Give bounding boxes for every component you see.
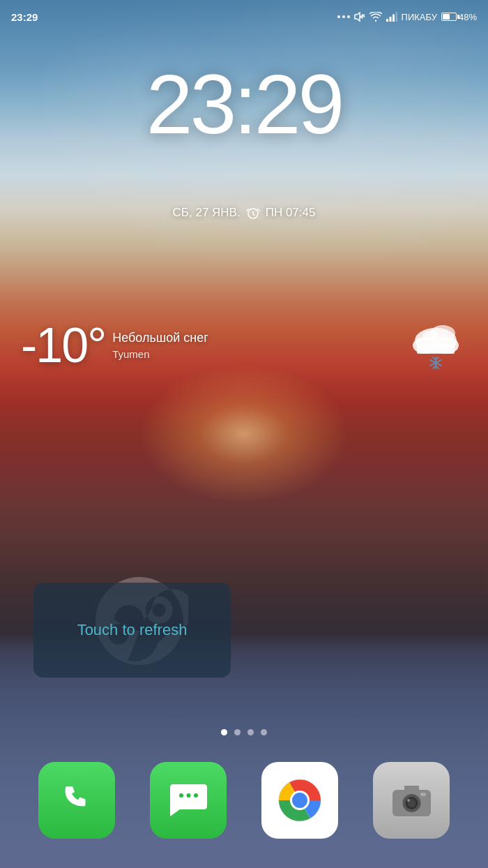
svg-point-21 bbox=[186, 793, 190, 798]
signal-dots bbox=[337, 15, 350, 18]
dock-item-messages[interactable] bbox=[150, 762, 227, 839]
page-dot-1[interactable] bbox=[221, 729, 227, 735]
wifi-icon bbox=[369, 12, 382, 22]
refresh-text: Touch to refresh bbox=[77, 621, 188, 639]
svg-point-12 bbox=[422, 331, 439, 342]
weather-city: Tyumen bbox=[112, 348, 208, 360]
messages-icon bbox=[150, 762, 227, 839]
weather-description: Небольшой снег Tyumen bbox=[112, 331, 208, 360]
alarm-icon bbox=[246, 206, 260, 220]
weather-widget: -10° Небольшой снег Tyumen bbox=[21, 321, 467, 370]
svg-rect-4 bbox=[392, 15, 395, 22]
dock bbox=[0, 746, 488, 854]
status-time: 23:29 bbox=[11, 11, 38, 23]
signal-icon bbox=[386, 12, 397, 22]
svg-rect-5 bbox=[395, 12, 397, 22]
page-dot-3[interactable] bbox=[247, 729, 254, 735]
phone-icon bbox=[38, 762, 115, 839]
mute-icon bbox=[354, 11, 365, 22]
svg-rect-2 bbox=[386, 19, 388, 22]
svg-point-25 bbox=[292, 793, 307, 808]
camera-icon bbox=[373, 762, 450, 839]
chrome-icon bbox=[261, 762, 338, 839]
dock-item-phone[interactable] bbox=[38, 762, 115, 839]
main-clock: 23:29 bbox=[0, 56, 488, 152]
alarm-time: ПН 07:45 bbox=[266, 206, 316, 220]
app-name: ПИКАБУ bbox=[402, 12, 437, 22]
svg-point-20 bbox=[179, 793, 183, 798]
svg-rect-31 bbox=[420, 793, 426, 796]
svg-point-30 bbox=[407, 799, 410, 802]
svg-rect-3 bbox=[389, 17, 391, 22]
status-right: ПИКАБУ 48% bbox=[337, 11, 477, 22]
dock-item-chrome[interactable] bbox=[261, 762, 338, 839]
dock-item-camera[interactable] bbox=[373, 762, 450, 839]
status-bar: 23:29 ПИКАБУ bbox=[0, 0, 488, 33]
date-text: СБ, 27 ЯНВ. bbox=[173, 206, 241, 220]
svg-rect-10 bbox=[417, 344, 455, 354]
battery: 48% bbox=[441, 12, 477, 22]
battery-percent: 48% bbox=[459, 12, 477, 22]
snow-cloud-icon bbox=[404, 321, 467, 370]
weather-temperature: -10° bbox=[21, 321, 105, 370]
sun-glow bbox=[139, 364, 349, 504]
page-indicators bbox=[0, 729, 488, 735]
svg-point-22 bbox=[194, 793, 198, 798]
weather-left: -10° Небольшой снег Tyumen bbox=[21, 321, 208, 370]
page-dot-2[interactable] bbox=[234, 729, 241, 735]
page-dot-4[interactable] bbox=[261, 729, 267, 735]
date-alarm-row: СБ, 27 ЯНВ. ПН 07:45 bbox=[0, 206, 488, 220]
weather-condition: Небольшой снег bbox=[112, 331, 208, 345]
refresh-widget[interactable]: Touch to refresh bbox=[33, 583, 231, 678]
